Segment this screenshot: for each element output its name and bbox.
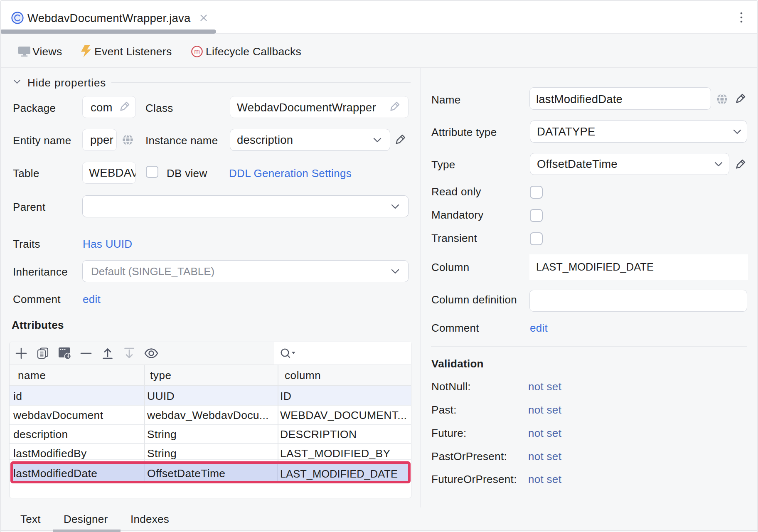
svg-text:m: m bbox=[194, 47, 200, 55]
